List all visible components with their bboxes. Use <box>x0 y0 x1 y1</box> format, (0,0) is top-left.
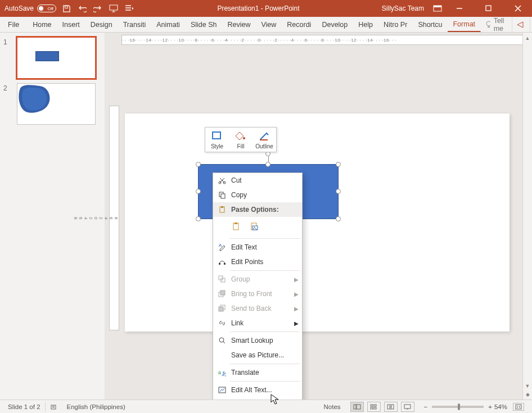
mini-style-button[interactable]: Style <box>205 128 229 152</box>
slide-thumbnail-2[interactable] <box>17 83 96 125</box>
tab-shortcut[interactable]: Shortcu <box>413 17 448 32</box>
copy-icon <box>217 190 228 200</box>
ctx-edit-alt-text[interactable]: Edit Alt Text... <box>213 383 302 397</box>
tab-view[interactable]: View <box>256 17 282 32</box>
view-slideshow-button[interactable] <box>401 402 414 412</box>
scroll-split-button[interactable]: ◆ <box>524 390 532 398</box>
submenu-arrow-icon: ▶ <box>294 306 299 312</box>
zoom-slider[interactable] <box>432 406 484 408</box>
tab-nitropro[interactable]: Nitro Pr <box>378 17 413 32</box>
share-button[interactable] <box>512 17 530 32</box>
slide-canvas[interactable] <box>125 114 510 332</box>
resize-handle[interactable] <box>336 162 341 167</box>
resize-handle[interactable] <box>196 216 201 221</box>
svg-rect-29 <box>219 307 223 311</box>
tab-review[interactable]: Review <box>222 17 256 32</box>
mini-fill-button[interactable]: Fill <box>229 128 253 152</box>
paste-options-row <box>213 217 302 237</box>
thumb-number: 2 <box>3 83 12 125</box>
autosave-toggle[interactable]: AutoSave Off <box>4 4 56 12</box>
svg-rect-4 <box>486 6 491 11</box>
mini-fill-label: Fill <box>237 143 245 149</box>
ctx-smart-lookup[interactable]: Smart Lookup <box>213 333 302 348</box>
ctx-label: Smart Lookup <box>231 337 273 344</box>
svg-rect-36 <box>354 405 356 409</box>
svg-point-8 <box>243 137 245 139</box>
close-button[interactable] <box>505 0 531 17</box>
ctx-label: Copy <box>231 191 247 199</box>
vertical-scrollbar[interactable]: ▲ ▼ ◆ <box>522 33 532 400</box>
scroll-down-button[interactable]: ▼ <box>524 382 532 390</box>
tab-format[interactable]: Format <box>448 17 481 32</box>
view-sorter-button[interactable] <box>367 402 381 412</box>
svg-rect-37 <box>357 405 360 409</box>
tab-insert[interactable]: Insert <box>57 17 85 32</box>
resize-handle[interactable] <box>265 162 270 167</box>
resize-handle[interactable] <box>196 162 201 167</box>
ctx-paste-options-header: Paste Options: <box>213 202 302 217</box>
list-icon[interactable] <box>124 3 135 14</box>
fit-to-window-button[interactable] <box>513 403 524 411</box>
comments-button[interactable] <box>530 17 532 32</box>
view-normal-button[interactable] <box>350 402 364 412</box>
ctx-label: Bring to Front <box>231 290 272 298</box>
maximize-button[interactable] <box>476 0 502 17</box>
tab-design[interactable]: Design <box>85 17 118 32</box>
mouse-cursor-icon <box>270 394 279 405</box>
tab-help[interactable]: Help <box>353 17 378 32</box>
svg-point-30 <box>219 338 224 342</box>
submenu-arrow-icon: ▶ <box>294 320 299 326</box>
autosave-switch[interactable]: Off <box>37 4 56 12</box>
ctx-edit-text[interactable]: A Edit Text <box>213 240 302 255</box>
alt-text-icon <box>217 385 228 395</box>
ctx-link[interactable]: Link ▶ <box>213 316 302 330</box>
minimize-button[interactable] <box>447 0 472 17</box>
scroll-up-button[interactable]: ▲ <box>524 34 532 42</box>
ctx-translate[interactable]: aあ Translate <box>213 365 302 380</box>
ctx-label: Paste Options: <box>231 206 279 214</box>
style-icon <box>211 130 223 142</box>
ctx-cut[interactable]: Cut <box>213 173 302 188</box>
submenu-arrow-icon: ▶ <box>294 291 299 297</box>
ctx-save-as-picture[interactable]: Save as Picture... <box>213 348 302 362</box>
paste-picture-button[interactable] <box>248 220 262 234</box>
group-icon <box>217 274 228 284</box>
tell-me-label: Tell me <box>494 17 507 33</box>
slide-thumbnail-1[interactable] <box>17 37 96 79</box>
mini-toolbar: Style Fill Outline <box>205 127 277 152</box>
user-name[interactable]: SillySac Team <box>382 4 429 12</box>
view-reading-button[interactable] <box>384 402 398 412</box>
resize-handle[interactable] <box>336 189 341 194</box>
tab-animations[interactable]: Animati <box>151 17 186 32</box>
slide-thumbnails-panel[interactable]: 1 2 <box>0 33 105 400</box>
undo-icon[interactable] <box>76 3 88 14</box>
title-bar: AutoSave Off Presentation1 - PowerPoint … <box>0 0 532 17</box>
save-icon[interactable] <box>61 3 72 14</box>
tab-transitions[interactable]: Transiti <box>118 17 152 32</box>
status-language[interactable]: English (Philippines) <box>62 403 130 410</box>
mini-outline-button[interactable]: Outline <box>253 128 276 152</box>
slide-edit-area[interactable]: ∙ ∙ ∙16∙ ∙ ∙ ∙14∙ ∙ ∙ ∙12∙ ∙ ∙ ∙10∙ ∙ ∙ … <box>105 33 532 400</box>
notes-button[interactable]: Notes <box>319 403 345 410</box>
display-options-icon[interactable] <box>432 3 443 14</box>
ctx-edit-points[interactable]: Edit Points <box>213 255 302 269</box>
tab-recording[interactable]: Recordi <box>282 17 317 32</box>
resize-handle[interactable] <box>196 189 201 194</box>
resize-handle[interactable] <box>336 216 341 221</box>
accessibility-button[interactable] <box>45 402 62 411</box>
tell-me-search[interactable]: Tell me <box>481 17 512 32</box>
tab-file[interactable]: File <box>0 17 28 32</box>
redo-icon[interactable] <box>92 3 103 14</box>
ctx-copy[interactable]: Copy <box>213 188 302 202</box>
slideshow-icon[interactable] <box>108 3 119 14</box>
tab-slideshow[interactable]: Slide Sh <box>186 17 223 32</box>
status-slide-count[interactable]: Slide 1 of 2 <box>3 403 45 410</box>
paste-keep-formatting-button[interactable] <box>230 220 244 234</box>
ctx-label: Group <box>231 275 250 283</box>
zoom-level[interactable]: 54% <box>494 403 507 410</box>
svg-rect-40 <box>371 407 373 409</box>
tab-home[interactable]: Home <box>28 17 57 32</box>
tab-developer[interactable]: Develop <box>317 17 353 32</box>
zoom-out-button[interactable]: − <box>424 403 428 410</box>
zoom-in-button[interactable]: + <box>488 403 492 410</box>
